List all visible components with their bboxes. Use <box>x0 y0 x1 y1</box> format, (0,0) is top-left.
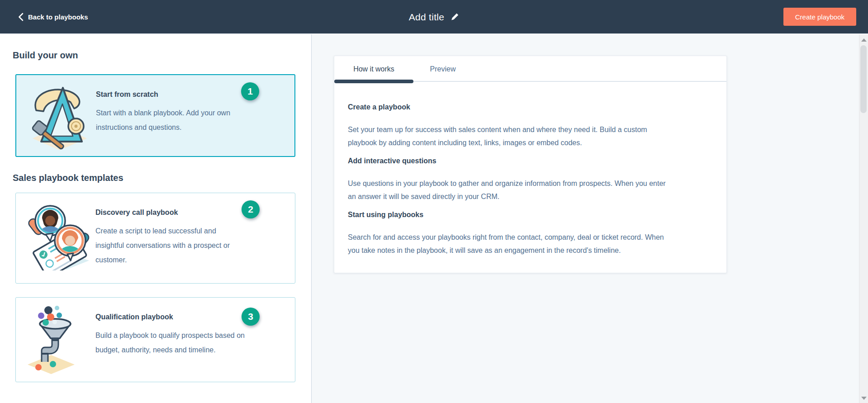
card-discovery-call-playbook[interactable]: Discovery call playbook Create a script … <box>15 193 295 284</box>
card-qualification-playbook[interactable]: Qualification playbook Build a playbook … <box>15 297 295 382</box>
section-body-start-using: Search for and access your playbooks rig… <box>348 231 675 257</box>
playbook-title-placeholder[interactable]: Add title <box>409 12 445 23</box>
discovery-call-illustration <box>25 200 93 268</box>
active-tab-indicator <box>334 80 413 83</box>
card-title: Discovery call playbook <box>95 209 249 217</box>
section-heading-questions: Add interactive questions <box>348 157 714 165</box>
info-tabs: How it works Preview <box>334 56 726 82</box>
card-description: Start with a blank playbook. Add your ow… <box>96 106 246 135</box>
drafting-tools-illustration <box>25 82 93 150</box>
vertical-scrollbar[interactable] <box>859 34 868 403</box>
arrow-up-icon[interactable] <box>861 38 867 42</box>
card-start-from-scratch[interactable]: Start from scratch Start with a blank pl… <box>15 74 295 157</box>
tab-preview[interactable]: Preview <box>413 56 472 82</box>
sales-playbook-templates-heading: Sales playbook templates <box>13 171 311 184</box>
section-body-create: Set your team up for success with sales … <box>348 123 675 149</box>
how-it-works-content: Create a playbook Set your team up for s… <box>334 82 726 257</box>
details-panel: How it works Preview Create a playbook S… <box>312 34 868 403</box>
playbook-title-editor[interactable]: Add title <box>0 0 868 34</box>
section-body-questions: Use questions in your playbook to gather… <box>348 177 675 203</box>
template-chooser-panel: Build your own Start from scratch Start … <box>0 34 312 403</box>
qualification-funnel-illustration <box>25 305 93 373</box>
card-description: Build a playbook to qualify prospects ba… <box>95 328 246 357</box>
arrow-down-icon[interactable] <box>861 397 867 400</box>
card-title: Qualification playbook <box>95 313 249 321</box>
pencil-icon[interactable] <box>451 13 459 21</box>
step-badge-1: 1 <box>241 82 259 100</box>
create-playbook-button[interactable]: Create playbook <box>783 8 856 26</box>
card-title: Start from scratch <box>96 90 250 99</box>
top-navigation-bar: Back to playbooks Add title Create playb… <box>0 0 868 34</box>
build-your-own-heading: Build your own <box>13 49 311 62</box>
tab-how-it-works[interactable]: How it works <box>334 56 413 82</box>
step-badge-3: 3 <box>242 308 260 326</box>
how-it-works-card: How it works Preview Create a playbook S… <box>334 56 727 273</box>
step-badge-2: 2 <box>242 200 260 218</box>
card-description: Create a script to lead successful and i… <box>95 224 246 267</box>
section-heading-create: Create a playbook <box>348 103 714 111</box>
section-heading-start-using: Start using playbooks <box>348 211 714 219</box>
scrollbar-thumb[interactable] <box>860 45 867 113</box>
